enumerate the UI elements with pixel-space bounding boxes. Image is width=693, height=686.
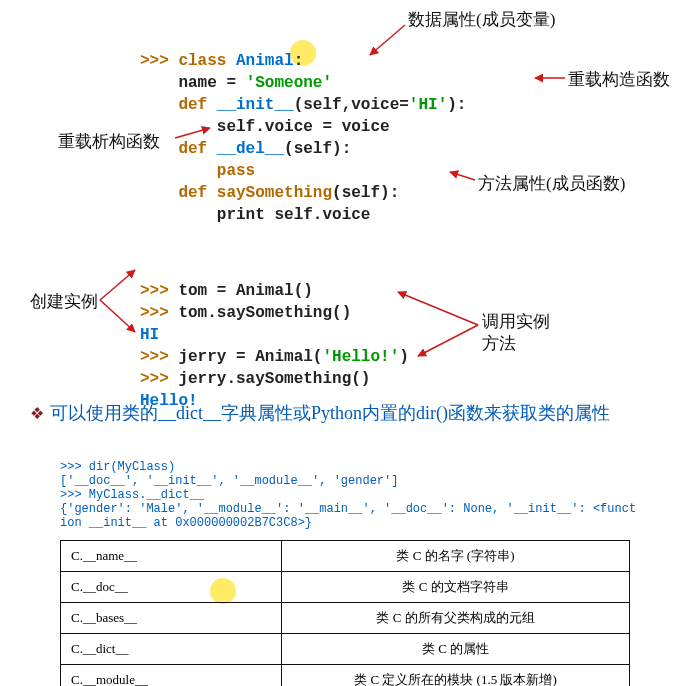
arrow-call-1 [398,292,478,325]
line-tom: tom = Animal() [178,282,312,300]
arrow-create-2 [100,300,135,332]
str-someone: 'Someone' [246,74,332,92]
colon: : [294,52,304,70]
kw-def2: def [140,140,217,158]
bullet-text-b: __dict__ [158,403,221,423]
cell-module-l: C.__module__ [61,665,282,687]
line-tom-say: tom.saySomething() [178,304,351,322]
cell-doc-l: C.__doc__ [61,572,282,603]
table-row: C.__name__类 C 的名字 (字符串) [61,541,630,572]
class-attributes-table: C.__name__类 C 的名字 (字符串) C.__doc__类 C 的文档… [60,540,630,686]
paren-close: ) [399,348,409,366]
code-block-instances: >>> tom = Animal() >>> tom.saySomething(… [140,258,409,412]
table-row: C.__dict__类 C 的属性 [61,634,630,665]
del-args: (self): [284,140,351,158]
dir-line2: ['__doc__', '__init__', '__module__', 'g… [60,474,398,488]
init-end: ): [447,96,466,114]
dir-line4: {'gender': 'Male', '__module__': '__main… [60,502,636,516]
line-pass: pass [140,162,255,180]
line-print: print self.voice [140,206,370,224]
del-name: __del__ [217,140,284,158]
kw-class: class [178,52,236,70]
arrow-create-1 [100,270,135,300]
bullet-dict-dir: ❖可以使用类的__dict__字典属性或Python内置的dir()函数来获取类… [30,400,650,427]
dir-line1: >>> dir(MyClass) [60,460,175,474]
cell-name-r: 类 C 的名字 (字符串) [282,541,630,572]
kw-def1: def [140,96,217,114]
cell-dict-l: C.__dict__ [61,634,282,665]
cell-module-r: 类 C 定义所在的模块 (1.5 版本新增) [282,665,630,687]
cell-name-l: C.__name__ [61,541,282,572]
dir-line3: >>> MyClass.__dict__ [60,488,204,502]
prompt-icon: >>> [140,282,178,300]
line-name: name = [140,74,246,92]
annotation-create-instance: 创建实例 [30,290,98,313]
init-name: __init__ [217,96,294,114]
table-row: C.__bases__类 C 的所有父类构成的元组 [61,603,630,634]
fn-say: saySomething [217,184,332,202]
code-block-class: >>> class Animal: name = 'Someone' def _… [140,28,466,226]
fn-args: (self): [332,184,399,202]
cell-doc-r: 类 C 的文档字符串 [282,572,630,603]
annotation-call-method-1: 调用实例 [482,310,550,333]
kw-def3: def [140,184,217,202]
line-jerry: jerry = Animal( [178,348,322,366]
init-args: (self,voice= [294,96,409,114]
annotation-call-method-2: 方法 [482,332,516,355]
cell-bases-l: C.__bases__ [61,603,282,634]
str-hi: 'HI' [409,96,447,114]
classname: Animal [236,52,294,70]
line-jerry-say: jerry.saySomething() [178,370,370,388]
bullet-text-a: 可以使用类的 [50,403,158,423]
prompt-icon: >>> [140,52,178,70]
prompt-icon: >>> [140,304,178,322]
bullet-text-c: 字典属性或Python内置的dir()函数来获取类的属性 [221,403,610,423]
cell-bases-r: 类 C 的所有父类构成的元组 [282,603,630,634]
line-assign: self.voice = voice [140,118,390,136]
annotation-method-attribute: 方法属性(成员函数) [478,172,625,195]
arrow-call-2 [418,325,478,356]
table-row: C.__doc__类 C 的文档字符串 [61,572,630,603]
annotation-constructor: 重载构造函数 [568,68,670,91]
dir-line5: ion __init__ at 0x000000002B7C3C8>} [60,516,312,530]
table-row: C.__module__类 C 定义所在的模块 (1.5 版本新增) [61,665,630,687]
prompt-icon: >>> [140,370,178,388]
prompt-icon: >>> [140,348,178,366]
slide: 数据属性(成员变量) 重载构造函数 重载析构函数 方法属性(成员函数) 创建实例… [0,0,693,686]
bullet-icon: ❖ [30,405,44,422]
cell-dict-r: 类 C 的属性 [282,634,630,665]
code-block-dir: >>> dir(MyClass) ['__doc__', '__init__',… [60,460,636,530]
str-hello: 'Hello!' [322,348,399,366]
output-hi: HI [140,326,159,344]
